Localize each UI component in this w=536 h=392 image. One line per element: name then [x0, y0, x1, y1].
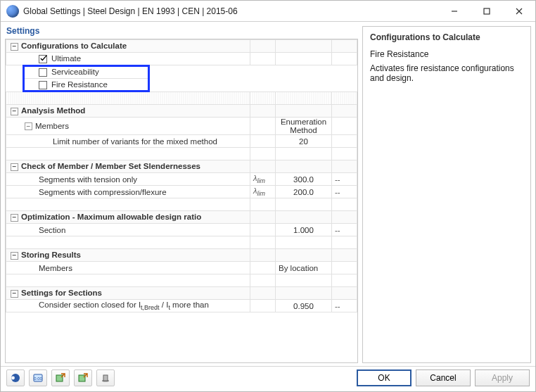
minimize-button[interactable]: [438, 1, 471, 22]
label-flexure: Segments with compression/flexure: [6, 186, 250, 198]
section-slenderness: Check of Member / Member Set Slenderness…: [21, 162, 200, 170]
maximize-button[interactable]: [471, 1, 503, 22]
svg-rect-9: [79, 375, 85, 381]
svg-rect-1: [484, 8, 490, 14]
unit-closed: --: [332, 300, 357, 312]
label-storing-members: Members: [6, 262, 250, 274]
unit-tension: --: [332, 173, 357, 186]
app-icon: [6, 5, 19, 18]
collapse-icon[interactable]: −: [11, 43, 18, 51]
collapse-icon[interactable]: −: [11, 290, 18, 298]
checkbox-serviceability[interactable]: [39, 68, 47, 77]
label-fire: Fire Resistance: [51, 80, 108, 89]
collapse-icon[interactable]: −: [25, 122, 32, 130]
checkbox-ultimate[interactable]: [39, 55, 47, 63]
collapse-icon[interactable]: −: [11, 163, 18, 171]
collapse-icon[interactable]: −: [11, 252, 18, 260]
tool-export-button[interactable]: [51, 369, 70, 386]
section-configs: Configurations to Calculate: [21, 42, 127, 50]
unit-flexure: --: [332, 186, 357, 198]
value-tension[interactable]: 300.0: [276, 173, 332, 186]
left-panel-title: Settings: [5, 26, 358, 39]
section-analysis: Analysis Method: [21, 106, 85, 115]
tool-help-button[interactable]: [6, 369, 25, 386]
unit-opt: --: [332, 224, 357, 236]
label-limit-variants: Limit number of variants for the mixed m…: [6, 135, 250, 148]
info-title: Configurations to Calculate: [370, 32, 523, 42]
tool-import-button[interactable]: [74, 369, 92, 386]
value-storing[interactable]: By location: [276, 262, 332, 274]
sym-lambda-2: λlim: [250, 186, 276, 198]
apply-button[interactable]: Apply: [475, 369, 530, 386]
info-panel: Configurations to Calculate Fire Resista…: [362, 26, 531, 363]
analysis-enum-header: Enumeration Method: [276, 118, 332, 135]
section-optimization: Optimization - Maximum allowable design …: [21, 213, 201, 221]
value-closed[interactable]: 0.950: [276, 300, 332, 312]
label-serviceability: Serviceability: [51, 68, 99, 76]
label-ultimate: Ultimate: [51, 54, 81, 63]
label-closed-section: Consider section closed for It,Bredt / I…: [6, 300, 250, 312]
tool-units-button[interactable]: 0.00: [29, 369, 47, 386]
info-text: Activates fire resistance configurations…: [370, 63, 523, 83]
svg-rect-11: [103, 375, 108, 381]
close-button[interactable]: [503, 1, 535, 22]
checkbox-fire-resistance[interactable]: [39, 81, 47, 89]
label-tension-only: Segments with tension only: [6, 173, 250, 186]
svg-rect-8: [56, 375, 63, 381]
sym-lambda-1: λlim: [250, 173, 276, 186]
svg-text:0.00: 0.00: [34, 377, 42, 381]
collapse-icon[interactable]: −: [11, 108, 18, 115]
settings-grid: −Configurations to Calculate Ultimate Se…: [5, 39, 358, 363]
label-members: Members: [35, 122, 69, 130]
cancel-button[interactable]: Cancel: [416, 369, 471, 386]
info-subtitle: Fire Resistance: [370, 49, 523, 59]
titlebar: Global Settings | Steel Design | EN 1993…: [1, 1, 535, 22]
label-opt-section: Section: [6, 224, 250, 236]
section-storing: Storing Results: [21, 251, 81, 259]
collapse-icon[interactable]: −: [11, 214, 18, 222]
ok-button[interactable]: OK: [357, 369, 411, 386]
tool-reset-button[interactable]: [96, 369, 115, 386]
svg-point-5: [11, 376, 15, 379]
value-limit-variants[interactable]: 20: [276, 135, 332, 148]
value-flexure[interactable]: 200.0: [276, 186, 332, 198]
value-opt[interactable]: 1.000: [276, 224, 332, 236]
section-sectset: Settings for Sections: [21, 289, 102, 297]
window-title: Global Settings | Steel Design | EN 1993…: [23, 6, 438, 16]
